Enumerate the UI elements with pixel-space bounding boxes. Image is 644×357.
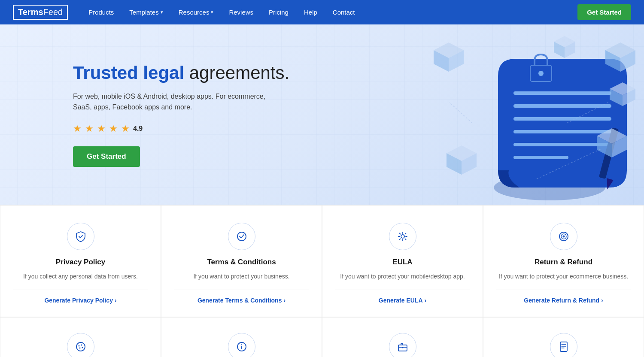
card-return-refund: Return & Refund If you want to protect y… (483, 205, 644, 317)
svg-point-38 (78, 345, 79, 347)
logo[interactable]: TermsFeed (13, 5, 68, 20)
return-refund-icon-circle (550, 223, 577, 250)
hero-subtitle: For web, mobile iOS & Android, desktop a… (73, 91, 279, 113)
svg-point-40 (79, 348, 80, 349)
nav-products[interactable]: Products (81, 0, 122, 24)
terms-conditions-icon-circle (228, 223, 255, 250)
hero-section: Trusted legal agreements. For web, mobil… (0, 24, 644, 205)
terms-conditions-link[interactable]: Generate Terms & Conditions › (174, 290, 309, 304)
return-refund-title: Return & Refund (535, 258, 592, 266)
nav-links: Products Templates ▾ Resources ▾ Reviews… (81, 0, 577, 24)
badge-icon (558, 230, 570, 242)
card-eula: EULA If you want to protect your mobile/… (322, 205, 483, 317)
arrow-icon: › (115, 297, 117, 304)
cards-section: Privacy Policy If you collect any person… (0, 205, 644, 317)
svg-point-41 (82, 347, 83, 348)
nav-get-started-button[interactable]: Get Started (577, 4, 631, 20)
hero-title: Trusted legal agreements. (73, 62, 289, 84)
arrow-icon: › (425, 297, 427, 304)
card-terms-conditions: Terms & Conditions If you want to protec… (161, 205, 322, 317)
eula-title: EULA (392, 258, 412, 266)
svg-point-32 (237, 232, 246, 241)
hero-illustration (386, 24, 644, 205)
star-2: ★ (85, 123, 94, 134)
svg-point-16 (538, 71, 544, 76)
svg-point-44 (241, 345, 242, 345)
return-refund-link[interactable]: Generate Return & Refund › (496, 290, 631, 304)
cookies-icon-circle (67, 333, 94, 357)
return-refund-desc: If you want to protect your ecommerce bu… (499, 272, 628, 281)
card-disclaimer: Disclaimer If you want to create a legal (161, 317, 322, 357)
terms-of-service-icon-circle (389, 333, 416, 357)
svg-point-39 (81, 345, 82, 346)
privacy-policy-desc: If you collect any personal data from us… (23, 272, 138, 281)
privacy-policy-link[interactable]: Generate Privacy Policy › (13, 290, 148, 304)
svg-point-46 (402, 347, 403, 348)
hero-content: Trusted legal agreements. For web, mobil… (73, 62, 289, 167)
briefcase-icon (397, 341, 409, 353)
privacy-policy-title: Privacy Policy (56, 258, 105, 266)
eula-desc: If you want to protect your mobile/deskt… (340, 272, 465, 281)
star-3: ★ (97, 123, 106, 134)
document-icon (558, 341, 570, 353)
nav-help[interactable]: Help (296, 0, 325, 24)
disclaimer-icon-circle (228, 333, 255, 357)
card-cookies-policy: Cookies Policy If you use cookies on you… (0, 317, 161, 357)
chevron-down-icon: ▾ (211, 9, 213, 15)
nav-templates[interactable]: Templates ▾ (122, 0, 170, 24)
cards-row2: Cookies Policy If you use cookies on you… (0, 317, 644, 357)
svg-line-29 (449, 102, 472, 123)
chevron-down-icon: ▾ (161, 9, 163, 15)
card-privacy-policy: Privacy Policy If you collect any person… (0, 205, 161, 317)
star-5: ★ (121, 123, 130, 134)
nav-resources[interactable]: Resources ▾ (171, 0, 222, 24)
star-1: ★ (73, 123, 82, 134)
arrow-icon: › (601, 297, 603, 304)
nav-contact[interactable]: Contact (325, 0, 363, 24)
svg-point-37 (76, 342, 85, 351)
hero-get-started-button[interactable]: Get Started (73, 146, 140, 167)
terms-conditions-desc: If you want to protect your business. (193, 272, 289, 281)
rating-value: 4.9 (133, 125, 143, 133)
privacy-policy-icon-circle (67, 223, 94, 250)
nav-reviews[interactable]: Reviews (221, 0, 261, 24)
logo-text: TermsFeed (18, 7, 63, 17)
arrow-icon: › (283, 297, 286, 304)
svg-point-33 (401, 235, 404, 238)
navbar: TermsFeed Products Templates ▾ Resources… (0, 0, 644, 24)
svg-rect-47 (560, 342, 567, 351)
terms-conditions-title: Terms & Conditions (207, 258, 276, 266)
terms-of-use-icon-circle (550, 333, 577, 357)
eula-icon-circle (389, 223, 416, 250)
card-terms-of-use: Terms of Use If you want to protect your (483, 317, 644, 357)
gear-icon (397, 230, 409, 242)
cookie-icon (75, 341, 87, 353)
card-terms-of-service: Terms of Service If you want to protect … (322, 317, 483, 357)
info-circle-icon (236, 341, 248, 353)
shield-icon (75, 230, 87, 242)
svg-point-36 (562, 236, 565, 238)
star-4: ★ (109, 123, 118, 134)
check-circle-icon (236, 230, 248, 242)
rating-row: ★ ★ ★ ★ ★ 4.9 (73, 123, 289, 134)
nav-pricing[interactable]: Pricing (261, 0, 296, 24)
eula-link[interactable]: Generate EULA › (335, 290, 470, 304)
